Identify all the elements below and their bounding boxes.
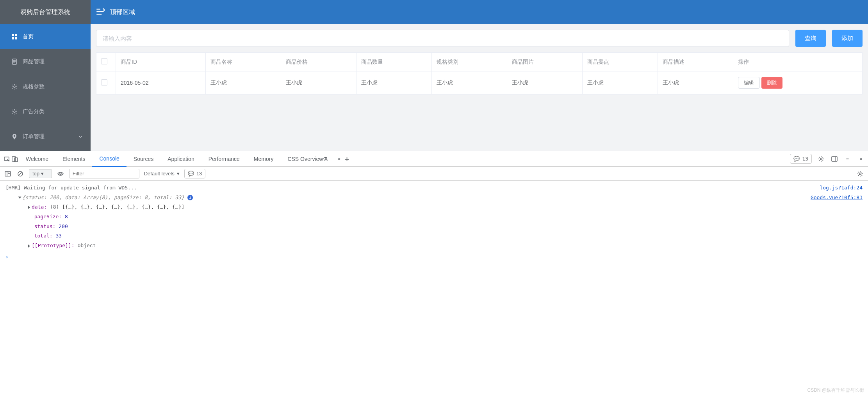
svg-rect-0 [12, 34, 14, 36]
expand-icon[interactable] [28, 244, 30, 248]
svg-rect-17 [832, 157, 837, 161]
cell-desc: 王小虎 [658, 71, 733, 95]
svg-rect-3 [15, 37, 17, 39]
svg-point-16 [820, 158, 822, 160]
hamburger-icon[interactable] [95, 7, 106, 18]
console-output: [HMR] Waiting for update signal from WDS… [0, 181, 868, 253]
tab-elements[interactable]: Elements [55, 151, 92, 167]
chevron-down-icon [78, 134, 83, 139]
sidebar-item-home[interactable]: 首页 [0, 24, 91, 49]
devtools-panel: Welcome Elements Console Sources Applica… [0, 151, 868, 260]
th-sell: 商品卖点 [583, 53, 658, 71]
th-qty: 商品数量 [356, 53, 432, 71]
th-img: 商品图片 [507, 53, 583, 71]
cell-id: 2016-05-02 [116, 71, 206, 95]
grid-icon [11, 33, 18, 40]
svg-rect-1 [15, 34, 17, 36]
dock-icon[interactable] [831, 155, 838, 163]
more-tabs-icon[interactable]: » [335, 155, 343, 163]
tab-sources[interactable]: Sources [127, 151, 160, 167]
issues-badge[interactable]: 💬13 [790, 154, 812, 164]
goods-table: 商品ID 商品名称 商品价格 商品数量 规格类别 商品图片 商品卖点 商品描述 … [96, 52, 863, 95]
issues-count[interactable]: 💬13 [184, 169, 205, 178]
th-spec: 规格类别 [432, 53, 507, 71]
cell-sell: 王小虎 [583, 71, 658, 95]
gear-icon [11, 83, 18, 90]
svg-point-9 [14, 111, 15, 112]
th-desc: 商品描述 [658, 53, 733, 71]
sidebar-title: 易购后台管理系统 [0, 0, 91, 24]
tab-memory[interactable]: Memory [247, 151, 281, 167]
close-icon[interactable]: ✕ [857, 155, 865, 163]
sidebar-item-label: 广告分类 [23, 108, 45, 115]
tab-application[interactable]: Application [160, 151, 201, 167]
sidebar-item-ad[interactable]: 广告分类 [0, 99, 91, 124]
topbar-title: 顶部区域 [110, 8, 135, 16]
edit-button[interactable]: 编辑 [738, 77, 760, 89]
tab-welcome[interactable]: Welcome [19, 151, 55, 167]
table-row: 2016-05-02 王小虎 王小虎 王小虎 王小虎 王小虎 王小虎 王小虎 编… [96, 71, 863, 95]
info-icon[interactable]: i [187, 195, 193, 200]
cell-spec: 王小虎 [432, 71, 507, 95]
cell-price: 王小虎 [281, 71, 356, 95]
search-input[interactable] [96, 30, 789, 47]
svg-point-24 [859, 173, 861, 175]
expand-icon[interactable] [18, 197, 21, 199]
source-link[interactable]: log.js?1afd:24 [820, 183, 863, 193]
th-price: 商品价格 [281, 53, 356, 71]
console-prompt[interactable]: › [0, 253, 868, 260]
sidebar-item-label: 首页 [23, 33, 34, 40]
sidebar-item-label: 订单管理 [23, 133, 45, 140]
cell-name: 王小虎 [206, 71, 281, 95]
svg-rect-14 [12, 157, 16, 161]
location-icon [11, 133, 18, 140]
sidebar: 易购后台管理系统 首页 商品管理 规格参数 广告分类 订单管理 [0, 0, 91, 151]
gear-icon [11, 108, 18, 115]
checkbox-row[interactable] [101, 79, 107, 86]
flask-icon: ⚗ [323, 156, 328, 162]
clear-console-icon[interactable] [16, 170, 24, 178]
tab-performance[interactable]: Performance [201, 151, 247, 167]
gear-icon[interactable] [817, 155, 825, 163]
kebab-icon[interactable]: ⋯ [844, 155, 852, 163]
console-sidebar-icon[interactable] [4, 170, 12, 178]
sidebar-item-goods[interactable]: 商品管理 [0, 49, 91, 74]
levels-select[interactable]: Default levels ▾ [144, 171, 180, 177]
th-name: 商品名称 [206, 53, 281, 71]
context-select[interactable]: top ▾ [29, 169, 52, 178]
svg-rect-19 [5, 171, 11, 176]
inspect-icon[interactable] [3, 155, 11, 163]
object-summary[interactable]: {status: 200, data: Array(8), pageSize: … [22, 194, 184, 200]
sidebar-item-label: 规格参数 [23, 83, 45, 90]
svg-point-23 [60, 173, 61, 175]
sidebar-item-spec[interactable]: 规格参数 [0, 74, 91, 99]
source-link[interactable]: Goods.vue?10f5:83 [811, 193, 863, 203]
sidebar-item-order[interactable]: 订单管理 [0, 124, 91, 149]
query-button[interactable]: 查询 [795, 30, 826, 47]
console-settings-icon[interactable] [856, 170, 864, 178]
filter-input[interactable] [69, 169, 139, 178]
svg-line-22 [19, 172, 22, 175]
th-ops: 操作 [733, 53, 862, 71]
topbar: 顶部区域 [91, 0, 868, 24]
svg-rect-2 [12, 37, 14, 39]
tab-console[interactable]: Console [92, 151, 126, 167]
add-button[interactable]: 添加 [832, 30, 863, 47]
checkbox-all[interactable] [101, 58, 107, 64]
th-id: 商品ID [116, 53, 206, 71]
expand-icon[interactable] [28, 206, 30, 209]
tab-cssoverview[interactable]: CSS Overview ⚗ [280, 151, 335, 167]
eye-icon[interactable] [57, 170, 64, 178]
sidebar-item-label: 商品管理 [23, 58, 45, 65]
plus-icon[interactable]: + [343, 155, 351, 163]
svg-point-8 [14, 86, 15, 87]
console-line: [HMR] Waiting for update signal from WDS… [5, 185, 137, 191]
cell-qty: 王小虎 [356, 71, 432, 95]
device-icon[interactable] [11, 155, 19, 163]
cell-img: 王小虎 [507, 71, 583, 95]
delete-button[interactable]: 删除 [761, 77, 782, 89]
document-icon [11, 58, 18, 65]
